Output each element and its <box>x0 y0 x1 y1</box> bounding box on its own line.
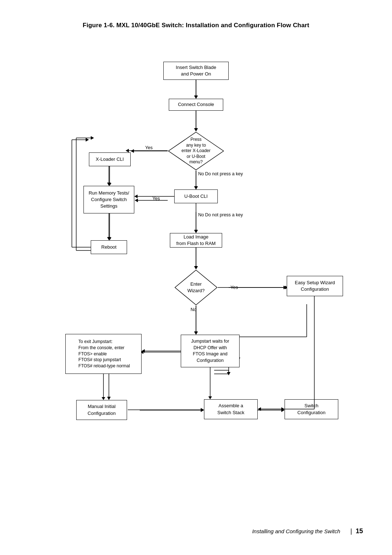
svg-marker-38 <box>201 408 204 412</box>
insert-switch-box: Insert Switch Blade and Power On <box>163 62 229 80</box>
svg-marker-72 <box>142 349 145 353</box>
press-any-key-diamond: Pressany key toenter X-Loaderor U-Bootme… <box>168 131 224 171</box>
svg-marker-21 <box>194 266 198 269</box>
svg-marker-25 <box>194 331 198 335</box>
footer-page: 15 <box>356 527 363 535</box>
svg-marker-9 <box>107 183 111 186</box>
xloader-cli-box: X-Loader CLI <box>89 152 131 166</box>
svg-marker-56 <box>134 195 138 198</box>
footer-text: Installing and Configuring the Switch <box>252 528 340 534</box>
svg-marker-15 <box>107 237 111 240</box>
manual-config-label: Manual Initial Configuration <box>87 403 115 416</box>
svg-marker-50 <box>131 149 134 153</box>
svg-marker-36 <box>107 397 111 400</box>
svg-marker-52 <box>194 187 198 189</box>
svg-marker-60 <box>108 237 111 240</box>
svg-marker-79 <box>102 397 105 400</box>
switch-config-box: Switch Configuration <box>285 399 338 419</box>
load-image-label: Load Image from Flash to RAM <box>176 234 216 247</box>
svg-marker-68 <box>283 286 287 289</box>
svg-marker-83 <box>281 407 285 411</box>
svg-marker-7 <box>194 186 198 189</box>
no-label-2: No <box>198 212 204 217</box>
easy-setup-label: Easy Setup Wizard Configuration <box>295 279 335 293</box>
assemble-stack-box: Assemble a Switch Stack <box>204 399 258 419</box>
easy-setup-box: Easy Setup Wizard Configuration <box>287 276 343 296</box>
uboot-cli-box: U-Boot CLI <box>174 189 218 203</box>
connect-console-label: Connect Console <box>178 101 214 108</box>
svg-marker-75 <box>258 407 261 411</box>
yes-label-1: Yes <box>145 145 152 150</box>
switch-config-label: Switch Configuration <box>297 403 325 416</box>
load-image-box: Load Image from Flash to RAM <box>170 233 222 248</box>
uboot-cli-label: U-Boot CLI <box>184 193 208 200</box>
svg-marker-5 <box>126 149 129 152</box>
svg-marker-81 <box>201 408 204 412</box>
svg-marker-77 <box>208 396 212 399</box>
jumpstart-label: Jumpstart waits for DHCP Offer with FTOS… <box>191 338 229 364</box>
assemble-stack-label: Assemble a Switch Stack <box>217 403 244 416</box>
no-label-3: No <box>191 307 196 312</box>
run-memory-box: Run Memory Tests/ Configure Switch Setti… <box>83 186 134 213</box>
svg-marker-64 <box>86 138 89 142</box>
svg-marker-13 <box>194 230 198 233</box>
svg-marker-48 <box>194 128 198 131</box>
do-not-press-1: Do not press a key <box>205 171 243 176</box>
reboot-box: Reboot <box>91 240 127 254</box>
press-any-key-text: Pressany key toenter X-Loaderor U-Bootme… <box>168 131 224 171</box>
exit-jumpstart-box: To exit Jumpstart: From the console, ent… <box>65 334 142 374</box>
insert-switch-label: Insert Switch Blade and Power On <box>176 64 216 77</box>
footer: Installing and Configuring the Switch | … <box>0 527 392 535</box>
svg-marker-40 <box>281 408 285 412</box>
footer-pipe: | <box>350 527 352 535</box>
reboot-label: Reboot <box>101 244 117 250</box>
yes-label-2: Yes <box>152 196 160 201</box>
figure-title: Figure 1-6. MXL 10/40GbE Switch: Install… <box>29 22 363 29</box>
xloader-cli-label: X-Loader CLI <box>96 156 124 163</box>
flowchart-container: Insert Switch Blade and Power On Connect… <box>33 44 359 508</box>
yes-label-3: Yes <box>230 285 238 290</box>
do-not-press-2: Do not press a key <box>205 212 243 217</box>
svg-marker-54 <box>108 183 111 186</box>
svg-marker-58 <box>194 230 198 233</box>
no-label-1: No <box>198 171 204 176</box>
svg-marker-34 <box>227 372 230 375</box>
enter-wizard-diamond: EnterWizard? <box>174 269 218 306</box>
exit-jumpstart-label: To exit Jumpstart: From the console, ent… <box>77 339 130 369</box>
manual-config-box: Manual Initial Configuration <box>76 400 127 420</box>
run-memory-label: Run Memory Tests/ Configure Switch Setti… <box>89 190 129 210</box>
enter-wizard-text: EnterWizard? <box>174 269 218 306</box>
svg-marker-19 <box>91 136 94 140</box>
connect-console-box: Connect Console <box>169 99 223 111</box>
svg-marker-46 <box>194 96 198 99</box>
svg-marker-70 <box>194 332 198 335</box>
svg-marker-1 <box>194 95 198 99</box>
svg-marker-66 <box>194 266 198 269</box>
svg-marker-11 <box>135 199 138 202</box>
svg-marker-3 <box>194 128 198 131</box>
jumpstart-box: Jumpstart waits for DHCP Offer with FTOS… <box>181 335 240 367</box>
page: Figure 1-6. MXL 10/40GbE Switch: Install… <box>0 0 392 555</box>
